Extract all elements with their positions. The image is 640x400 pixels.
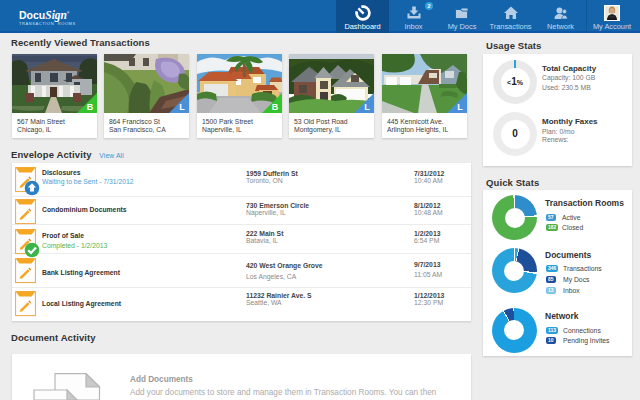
svg-text:L: L <box>457 102 463 112</box>
svg-text:L: L <box>364 102 370 112</box>
svg-text:L: L <box>179 102 185 112</box>
svg-text:B: B <box>272 102 279 112</box>
svg-text:B: B <box>87 102 94 112</box>
